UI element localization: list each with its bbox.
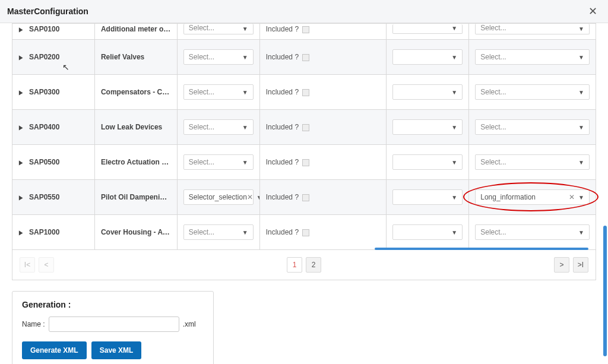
select-dropdown[interactable]: Select...▼ — [183, 119, 254, 135]
chevron-down-icon: ▼ — [242, 89, 248, 96]
select-dropdown[interactable]: ▼ — [392, 224, 463, 240]
chevron-down-icon: ▼ — [578, 124, 584, 131]
table-row: ▶SAP0550Pilot Oil Dampening DeviceSelect… — [12, 180, 596, 215]
row-id: SAP0100 — [29, 25, 59, 33]
row-select-3: Select...▼ — [469, 110, 596, 145]
page-last-button[interactable]: >I — [573, 257, 588, 273]
table-row: ▶SAP0100Additional meter out devi...Sele… — [12, 24, 596, 40]
row-id-cell[interactable]: ▶SAP0100 — [12, 24, 95, 40]
select-dropdown[interactable]: Selector_selection✕▼ — [183, 189, 254, 205]
row-id-cell[interactable]: ▶SAP0550 — [12, 180, 95, 215]
row-included: Included ? — [259, 215, 387, 250]
row-desc: Low Leak Devices — [94, 110, 177, 145]
row-id-cell[interactable]: ▶SAP0500 — [12, 145, 95, 180]
row-id: SAP0400 — [29, 123, 59, 131]
generation-panel: Generation : Name : .xml Generate XML Sa… — [12, 291, 214, 364]
row-select-2: ▼ — [387, 75, 469, 110]
generate-xml-button[interactable]: Generate XML — [22, 341, 87, 359]
chevron-down-icon: ▼ — [242, 159, 248, 166]
page-next-button[interactable]: > — [554, 257, 569, 273]
included-checkbox[interactable] — [302, 89, 309, 96]
modal-title: MasterConfiguration — [7, 7, 88, 16]
table-row: ▶SAP0500Electro Actuation ValvesSelect..… — [12, 145, 596, 180]
row-select-2: ▼ — [387, 40, 469, 75]
included-checkbox[interactable] — [302, 194, 309, 201]
row-included: Included ? — [259, 145, 387, 180]
table-row: ▶SAP0400Low Leak DevicesSelect...▼Includ… — [12, 110, 596, 145]
included-checkbox[interactable] — [302, 159, 309, 166]
select-dropdown[interactable]: Select...▼ — [183, 84, 254, 100]
chevron-down-icon: ▼ — [578, 54, 584, 61]
included-checkbox[interactable] — [302, 124, 309, 131]
select-dropdown[interactable]: Select...▼ — [475, 84, 590, 100]
chevron-down-icon: ▼ — [578, 194, 584, 201]
row-select-2: ▼ — [387, 215, 469, 250]
select-dropdown[interactable]: ▼ — [392, 189, 463, 205]
row-desc: Compensators - Check V... — [94, 75, 177, 110]
row-select-1: Select...▼ — [177, 75, 259, 110]
row-id-cell[interactable]: ▶SAP0400 — [12, 110, 95, 145]
select-dropdown[interactable]: Select...▼ — [475, 49, 590, 65]
chevron-right-icon: ▶ — [19, 54, 23, 61]
table-row: ▶SAP1000Cover Housing - A sideSelect...▼… — [12, 215, 596, 250]
name-input[interactable] — [49, 316, 179, 332]
row-id-cell[interactable]: ▶SAP1000 — [12, 215, 95, 250]
row-desc: Additional meter out devi... — [94, 24, 177, 40]
select-dropdown[interactable]: Select...▼ — [475, 119, 590, 135]
row-select-3: Select...▼ — [469, 215, 596, 250]
horizontal-scrollbar[interactable] — [375, 248, 588, 250]
row-included: Included ? — [259, 24, 387, 40]
row-id-cell[interactable]: ▶SAP0200 — [12, 40, 95, 75]
close-icon[interactable]: ✕ — [585, 5, 601, 18]
page-2-button[interactable]: 2 — [306, 257, 321, 273]
row-select-1: Select...▼ — [177, 145, 259, 180]
row-select-2: ▼ — [387, 180, 469, 215]
page-prev-button[interactable]: < — [39, 257, 54, 273]
row-id: SAP0200 — [29, 53, 59, 61]
config-table: ▶SAP0100Additional meter out devi...Sele… — [12, 23, 596, 250]
save-xml-button[interactable]: Save XML — [91, 341, 142, 359]
row-included: Included ? — [259, 75, 387, 110]
row-included: Included ? — [259, 110, 387, 145]
select-dropdown[interactable]: ▼ — [392, 24, 463, 34]
row-select-3: Select...▼ — [469, 24, 596, 40]
clear-icon[interactable]: ✕ — [247, 193, 253, 201]
modal-header: MasterConfiguration ✕ — [0, 0, 608, 23]
select-dropdown[interactable]: Select...▼ — [183, 224, 254, 240]
included-checkbox[interactable] — [302, 54, 309, 61]
vertical-scrollbar[interactable] — [603, 226, 607, 356]
row-select-2: ▼ — [387, 110, 469, 145]
chevron-down-icon: ▼ — [451, 194, 457, 201]
row-id-cell[interactable]: ▶SAP0300 — [12, 75, 95, 110]
select-dropdown[interactable]: ▼ — [392, 49, 463, 65]
chevron-down-icon: ▼ — [451, 54, 457, 61]
row-select-2: ▼ — [387, 24, 469, 40]
name-label: Name : — [22, 320, 45, 328]
file-extension: .xml — [183, 320, 196, 328]
row-id: SAP1000 — [29, 228, 59, 236]
page-1-button[interactable]: 1 — [287, 257, 302, 273]
chevron-down-icon: ▼ — [578, 229, 584, 236]
row-select-1: Select...▼ — [177, 215, 259, 250]
select-dropdown[interactable]: ▼ — [392, 119, 463, 135]
select-dropdown[interactable]: Long_information✕▼ — [475, 189, 590, 205]
page-first-button[interactable]: I< — [20, 257, 35, 273]
chevron-down-icon: ▼ — [451, 124, 457, 131]
select-dropdown[interactable]: Select...▼ — [475, 24, 590, 34]
row-select-3: Select...▼ — [469, 40, 596, 75]
chevron-down-icon: ▼ — [451, 159, 457, 166]
included-checkbox[interactable] — [302, 229, 309, 236]
row-id: SAP0300 — [29, 88, 59, 96]
select-dropdown[interactable]: Select...▼ — [183, 154, 254, 170]
select-dropdown[interactable]: Select...▼ — [475, 154, 590, 170]
included-checkbox[interactable] — [302, 26, 309, 33]
row-desc: Cover Housing - A side — [94, 215, 177, 250]
chevron-down-icon: ▼ — [451, 229, 457, 236]
generation-title: Generation : — [22, 300, 204, 309]
select-dropdown[interactable]: Select...▼ — [183, 49, 254, 65]
select-dropdown[interactable]: ▼ — [392, 84, 463, 100]
select-dropdown[interactable]: Select...▼ — [475, 224, 590, 240]
select-dropdown[interactable]: Select...▼ — [183, 24, 254, 34]
select-dropdown[interactable]: ▼ — [392, 154, 463, 170]
clear-icon[interactable]: ✕ — [569, 193, 575, 201]
